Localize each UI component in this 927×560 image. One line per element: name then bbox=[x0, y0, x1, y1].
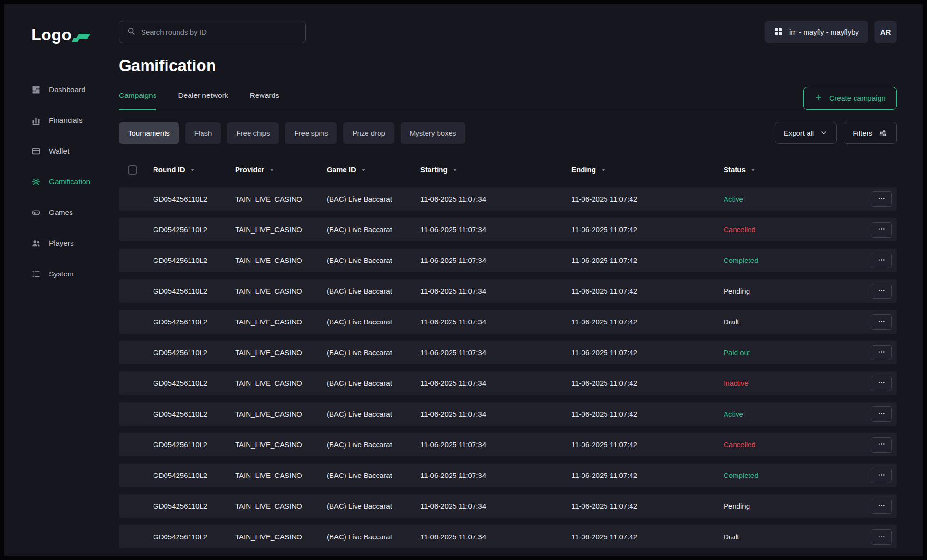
cell-game-id: (BAC) Live Baccarat bbox=[327, 471, 420, 479]
cell-game-id: (BAC) Live Baccarat bbox=[327, 256, 420, 264]
column-header-starting[interactable]: Starting bbox=[420, 166, 571, 174]
sidebar-item-wallet[interactable]: Wallet bbox=[31, 145, 119, 157]
caret-down-icon bbox=[600, 167, 606, 173]
cell-provider: TAIN_LIVE_CASINO bbox=[235, 441, 327, 449]
sidebar-item-financials[interactable]: Financials bbox=[31, 115, 119, 126]
row-actions-button[interactable] bbox=[871, 499, 892, 514]
cell-ending: 11-06-2025 11:07:42 bbox=[571, 348, 724, 357]
row-actions-cell bbox=[868, 253, 897, 268]
avatar[interactable]: AR bbox=[874, 21, 897, 43]
filter-chip-flash[interactable]: Flash bbox=[185, 122, 221, 144]
status-label: Draft bbox=[724, 533, 868, 541]
status-label: Cancelled bbox=[724, 441, 868, 449]
wallet-icon bbox=[31, 146, 41, 156]
row-actions-button[interactable] bbox=[871, 468, 892, 483]
filter-chip-label: Free spins bbox=[294, 129, 328, 137]
app-window: Logo Dashboard Financials Wallet Ga bbox=[4, 4, 923, 556]
row-actions-button[interactable] bbox=[871, 222, 892, 238]
sidebar-item-label: Players bbox=[49, 239, 74, 248]
kebab-icon bbox=[877, 225, 886, 235]
apps-grid-icon bbox=[774, 27, 783, 37]
table-row: GD054256110L2 TAIN_LIVE_CASINO (BAC) Liv… bbox=[119, 187, 897, 211]
status-label: Active bbox=[724, 410, 868, 418]
row-actions-button[interactable] bbox=[871, 284, 892, 299]
sidebar-item-games[interactable]: Games bbox=[31, 207, 119, 218]
row-actions-button[interactable] bbox=[871, 314, 892, 330]
kebab-icon bbox=[877, 409, 886, 419]
row-actions-cell bbox=[868, 468, 897, 483]
cell-game-id: (BAC) Live Baccarat bbox=[327, 348, 420, 357]
filter-chip-free-spins[interactable]: Free spins bbox=[285, 122, 337, 144]
cell-ending: 11-06-2025 11:07:42 bbox=[571, 441, 724, 449]
workspace-switcher-button[interactable]: im - mayfly - mayflyby bbox=[765, 21, 868, 43]
financials-icon bbox=[31, 116, 41, 125]
cell-round-id: GD054256110L2 bbox=[153, 226, 235, 234]
cell-game-id: (BAC) Live Baccarat bbox=[327, 533, 420, 541]
filter-chip-mystery-boxes[interactable]: Mystery boxes bbox=[401, 122, 465, 144]
cell-provider: TAIN_LIVE_CASINO bbox=[235, 502, 327, 510]
search-input[interactable] bbox=[141, 28, 298, 36]
sidebar-item-label: System bbox=[49, 270, 74, 278]
sliders-icon bbox=[879, 129, 888, 138]
filters-button[interactable]: Filters bbox=[844, 122, 897, 144]
filter-chip-label: Prize drop bbox=[352, 129, 385, 137]
sidebar-item-system[interactable]: System bbox=[31, 268, 119, 280]
tab-dealer-network[interactable]: Dealer network bbox=[178, 87, 228, 110]
sidebar-item-label: Dashboard bbox=[49, 85, 85, 94]
create-campaign-button[interactable]: Create campaign bbox=[803, 87, 897, 110]
export-all-button[interactable]: Export all bbox=[775, 122, 837, 144]
table-row: GD054256110L2 TAIN_LIVE_CASINO (BAC) Liv… bbox=[119, 402, 897, 426]
cell-ending: 11-06-2025 11:07:42 bbox=[571, 318, 724, 326]
status-label: Paid out bbox=[724, 348, 868, 357]
column-header-label: Status bbox=[724, 166, 746, 174]
sidebar-item-players[interactable]: Players bbox=[31, 238, 119, 249]
filter-chip-free-chips[interactable]: Free chips bbox=[227, 122, 279, 144]
cell-provider: TAIN_LIVE_CASINO bbox=[235, 348, 327, 357]
column-header-status[interactable]: Status bbox=[724, 166, 868, 174]
column-header-label: Ending bbox=[571, 166, 596, 174]
row-actions-button[interactable] bbox=[871, 191, 892, 207]
cell-round-id: GD054256110L2 bbox=[153, 256, 235, 264]
row-actions-button[interactable] bbox=[871, 406, 892, 422]
cell-ending: 11-06-2025 11:07:42 bbox=[571, 471, 724, 479]
column-header-provider[interactable]: Provider bbox=[235, 166, 327, 174]
row-actions-button[interactable] bbox=[871, 345, 892, 360]
cell-round-id: GD054256110L2 bbox=[153, 471, 235, 479]
kebab-icon bbox=[877, 440, 886, 450]
filter-chip-prize-drop[interactable]: Prize drop bbox=[343, 122, 394, 144]
tab-campaigns[interactable]: Campaigns bbox=[119, 87, 156, 110]
kebab-icon bbox=[877, 470, 886, 481]
row-actions-button[interactable] bbox=[871, 253, 892, 268]
select-all-checkbox[interactable] bbox=[128, 165, 137, 175]
column-header-game-id[interactable]: Game ID bbox=[327, 166, 420, 174]
cell-round-id: GD054256110L2 bbox=[153, 348, 235, 357]
cell-round-id: GD054256110L2 bbox=[153, 502, 235, 510]
export-all-label: Export all bbox=[784, 129, 814, 137]
sidebar-item-label: Wallet bbox=[49, 147, 70, 155]
sidebar-item-dashboard[interactable]: Dashboard bbox=[31, 84, 119, 95]
filter-chip-label: Flash bbox=[194, 129, 212, 137]
row-actions-cell bbox=[868, 345, 897, 360]
kebab-icon bbox=[877, 347, 886, 358]
gamification-icon bbox=[31, 177, 41, 187]
row-actions-button[interactable] bbox=[871, 376, 892, 391]
filter-chip-tournaments[interactable]: Tournaments bbox=[119, 122, 179, 144]
logo: Logo bbox=[31, 22, 119, 43]
sidebar-item-gamification[interactable]: Gamification bbox=[31, 176, 119, 188]
kebab-icon bbox=[877, 194, 886, 204]
status-label: Pending bbox=[724, 287, 868, 295]
cell-ending: 11-06-2025 11:07:42 bbox=[571, 195, 724, 203]
column-header-ending[interactable]: Ending bbox=[571, 166, 724, 174]
rounds-table: Round ID Provider Game ID bbox=[119, 158, 897, 556]
cell-game-id: (BAC) Live Baccarat bbox=[327, 226, 420, 234]
cell-ending: 11-06-2025 11:07:42 bbox=[571, 533, 724, 541]
row-actions-button[interactable] bbox=[871, 529, 892, 545]
tab-rewards[interactable]: Rewards bbox=[250, 87, 279, 110]
column-header-round-id[interactable]: Round ID bbox=[153, 166, 235, 174]
cell-starting: 11-06-2025 11:07:34 bbox=[420, 533, 571, 541]
cell-provider: TAIN_LIVE_CASINO bbox=[235, 471, 327, 479]
chevron-down-icon bbox=[820, 129, 828, 137]
row-actions-button[interactable] bbox=[871, 437, 892, 453]
table-toolbar: Export all Filters bbox=[775, 122, 897, 144]
status-label: Cancelled bbox=[724, 226, 868, 234]
